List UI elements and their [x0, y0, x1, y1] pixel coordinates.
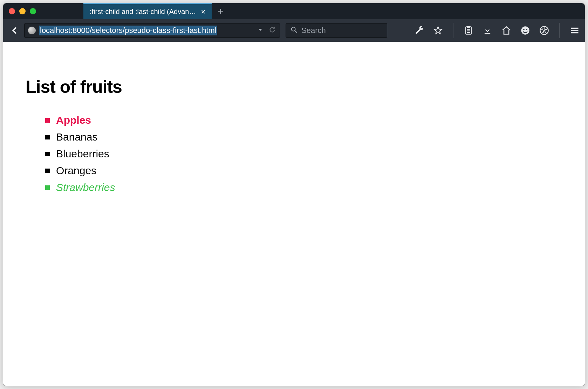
- new-tab-button[interactable]: +: [212, 3, 229, 19]
- tab-strip: :first-child and :last-child (Advan… × +: [83, 3, 229, 19]
- svg-rect-15: [571, 28, 579, 29]
- list-item-label: Bananas: [56, 129, 97, 145]
- toolbar-divider: [453, 23, 453, 38]
- list-item: Oranges: [45, 162, 562, 179]
- star-icon[interactable]: [433, 25, 443, 36]
- wrench-icon[interactable]: [414, 25, 424, 36]
- page-viewport: List of fruits Apples Bananas Blueberrie…: [3, 42, 585, 386]
- bullet-icon: [45, 135, 50, 139]
- svg-rect-3: [467, 26, 470, 28]
- svg-rect-16: [571, 30, 579, 31]
- browser-window: :first-child and :last-child (Advan… × +…: [3, 3, 585, 386]
- back-button[interactable]: [8, 25, 21, 36]
- globe-icon: [28, 27, 36, 34]
- pizza-icon[interactable]: [539, 25, 549, 36]
- home-icon[interactable]: [501, 25, 512, 36]
- download-icon[interactable]: [482, 25, 493, 36]
- smiley-icon[interactable]: [520, 25, 531, 36]
- list-item: Bananas: [45, 129, 562, 145]
- list-item: Blueberries: [45, 145, 562, 162]
- clipboard-icon[interactable]: [463, 25, 474, 36]
- svg-rect-7: [485, 33, 490, 34]
- svg-point-14: [543, 32, 544, 33]
- svg-point-8: [521, 26, 529, 34]
- address-bar[interactable]: localhost:8000/selectors/pseudo-class-fi…: [24, 23, 280, 38]
- reload-icon[interactable]: [268, 26, 276, 35]
- address-bar-actions: [257, 26, 276, 35]
- minimize-window-button[interactable]: [19, 8, 26, 14]
- list-item: Apples: [45, 112, 562, 129]
- bullet-icon: [45, 169, 50, 173]
- svg-line-1: [295, 31, 297, 33]
- search-bar[interactable]: Search: [286, 23, 387, 38]
- zoom-window-button[interactable]: [30, 8, 36, 14]
- fruit-list: Apples Bananas Blueberries Oranges Straw…: [26, 112, 562, 196]
- page-heading: List of fruits: [26, 77, 562, 97]
- window-controls: [9, 8, 36, 14]
- list-item-label: Oranges: [56, 162, 96, 179]
- list-item-label: Apples: [56, 112, 91, 129]
- list-item-label: Blueberries: [56, 145, 109, 162]
- url-text: localhost:8000/selectors/pseudo-class-fi…: [39, 26, 217, 35]
- tab-title: :first-child and :last-child (Advan…: [90, 8, 196, 16]
- svg-point-10: [526, 29, 527, 30]
- close-window-button[interactable]: [9, 8, 15, 14]
- search-icon: [290, 26, 298, 35]
- bullet-icon: [45, 118, 50, 123]
- svg-point-9: [523, 29, 525, 30]
- close-tab-icon[interactable]: ×: [201, 8, 205, 16]
- titlebar: :first-child and :last-child (Advan… × +: [3, 3, 585, 19]
- toolbar-divider-2: [559, 23, 560, 38]
- toolbar-icons: [414, 23, 580, 38]
- svg-point-13: [545, 29, 546, 30]
- tab-active[interactable]: :first-child and :last-child (Advan… ×: [83, 3, 212, 19]
- toolbar: localhost:8000/selectors/pseudo-class-fi…: [3, 19, 585, 42]
- search-placeholder: Search: [301, 26, 326, 35]
- list-item-label: Strawberries: [56, 179, 115, 196]
- bullet-icon: [45, 185, 50, 190]
- svg-point-0: [292, 27, 295, 31]
- list-item: Strawberries: [45, 179, 562, 196]
- svg-rect-17: [571, 32, 579, 34]
- dropdown-icon[interactable]: [257, 27, 264, 34]
- bullet-icon: [45, 152, 50, 156]
- svg-point-12: [542, 28, 543, 29]
- hamburger-icon[interactable]: [569, 25, 580, 36]
